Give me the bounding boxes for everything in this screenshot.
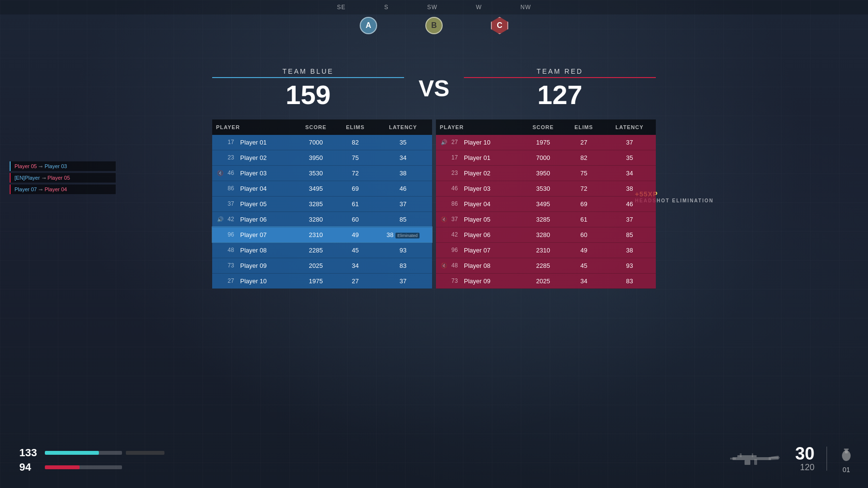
player-elims: 49	[564, 242, 603, 258]
compass-se: SE	[337, 4, 346, 11]
player-score: 2285	[295, 242, 337, 258]
player-number: 37	[451, 216, 461, 223]
player-name: Player 06	[464, 231, 490, 238]
player-score: 3530	[295, 165, 337, 181]
player-cell: 42 Player 06	[436, 227, 522, 242]
player-score: 3280	[295, 211, 337, 227]
player-number: 96	[228, 231, 237, 238]
red-col-score: SCORE	[522, 119, 564, 135]
player-name: Player 10	[240, 277, 267, 285]
ammo-display: 30 120	[795, 445, 814, 473]
player-cell: 86 Player 04	[436, 196, 522, 211]
player-number: 73	[228, 262, 237, 269]
objectives-container: A B C	[360, 17, 508, 34]
player-elims: 69	[564, 196, 603, 211]
player-number: 23	[451, 170, 461, 176]
player-elims: 60	[564, 227, 603, 242]
player-latency: 34	[374, 150, 432, 165]
player-latency: 37	[374, 196, 432, 211]
player-name: Player 02	[464, 170, 490, 177]
kill-feed: Player 05 ⊸ Player 03 [EN]Player ⊸ Playe…	[10, 161, 116, 194]
red-table-header-row: PLAYER SCORE ELIMS LATENCY	[436, 119, 656, 135]
player-number: 86	[451, 200, 461, 207]
player-score: 2025	[522, 273, 564, 289]
svg-rect-10	[844, 448, 849, 450]
blue-team-table: PLAYER SCORE ELIMS LATENCY 17 Player 01 …	[212, 119, 432, 289]
player-elims: 34	[564, 273, 603, 289]
player-latency: 38	[374, 165, 432, 181]
player-number: 37	[228, 200, 237, 207]
player-elims: 75	[337, 150, 374, 165]
table-row: 86 Player 04 3495 69 46	[212, 181, 432, 196]
svg-rect-4	[730, 458, 736, 460]
player-name: Player 08	[464, 262, 490, 269]
player-latency: 35	[603, 150, 656, 165]
table-row: 73 Player 09 2025 34 83	[212, 258, 432, 273]
table-row: 37 Player 05 3285 61 37	[212, 196, 432, 211]
vs-label: VS	[404, 75, 464, 102]
player-number: 27	[451, 139, 461, 145]
objective-b: B	[425, 17, 443, 34]
player-cell: 96 Player 07	[436, 242, 522, 258]
ammo-reserve: 120	[800, 462, 814, 473]
player-latency: 85	[374, 211, 432, 227]
player-number: 46	[451, 185, 461, 192]
objective-c: C	[491, 17, 508, 34]
player-score: 1975	[522, 135, 564, 150]
blue-col-latency: LATENCY	[374, 119, 432, 135]
table-row: 27 Player 10 1975 27 37	[212, 273, 432, 289]
player-latency: 37	[374, 273, 432, 289]
table-row: 🔇 48 Player 08 2285 45 93	[436, 258, 656, 273]
player-cell: 🔇 37 Player 05	[436, 211, 522, 227]
player-elims: 82	[564, 150, 603, 165]
player-score: 3280	[522, 227, 564, 242]
player-number: 23	[228, 154, 237, 161]
team-red-header: TEAM RED 127	[464, 67, 656, 110]
player-latency: 93	[603, 258, 656, 273]
blue-col-score: SCORE	[295, 119, 337, 135]
player-latency: 35	[374, 135, 432, 150]
audio-icon: 🔇	[441, 216, 448, 223]
blue-col-elims: ELIMS	[337, 119, 374, 135]
tables-container: PLAYER SCORE ELIMS LATENCY 17 Player 01 …	[212, 119, 656, 289]
compass-w: W	[476, 4, 482, 11]
player-latency: 37	[603, 135, 656, 150]
team-red-name: TEAM RED	[464, 67, 656, 78]
compass-nw: NW	[520, 4, 531, 11]
player-latency: 38	[603, 181, 656, 196]
svg-rect-6	[740, 453, 742, 457]
weapon-icon	[728, 449, 786, 468]
armor-bar-bg	[45, 465, 122, 469]
player-elims: 69	[337, 181, 374, 196]
player-cell: 17 Player 01	[436, 150, 522, 165]
svg-rect-0	[732, 457, 771, 460]
player-cell: 23 Player 02	[212, 150, 295, 165]
player-cell: 73 Player 09	[212, 258, 295, 273]
player-number: 96	[451, 247, 461, 253]
red-team-table: PLAYER SCORE ELIMS LATENCY 🔊 27 Player 1…	[436, 119, 656, 289]
audio-icon: 🔇	[217, 170, 225, 176]
objective-a: A	[360, 17, 377, 34]
player-cell: 23 Player 02	[436, 165, 522, 181]
player-cell: 🔇 46 Player 03	[212, 165, 295, 181]
table-row: 96 Player 07 2310 49 38Eliminated	[212, 227, 432, 242]
player-score: 2285	[522, 258, 564, 273]
player-latency: 46	[603, 196, 656, 211]
table-row: 🔊 42 Player 06 3280 60 85	[212, 211, 432, 227]
compass-bar: SE S SW W NW	[0, 0, 868, 14]
player-latency: 83	[374, 258, 432, 273]
table-row: 42 Player 06 3280 60 85	[436, 227, 656, 242]
player-elims: 82	[337, 135, 374, 150]
player-number: 48	[451, 262, 461, 269]
player-latency: 37	[603, 211, 656, 227]
table-row: 46 Player 03 3530 72 38	[436, 181, 656, 196]
audio-icon: 🔊	[441, 139, 448, 145]
player-latency: 34	[603, 165, 656, 181]
player-name: Player 06	[240, 216, 267, 223]
player-elims: 60	[337, 211, 374, 227]
player-number: 27	[228, 277, 237, 284]
armor-bar-fill	[45, 465, 80, 469]
player-score: 1975	[295, 273, 337, 289]
player-score: 7000	[295, 135, 337, 150]
team-red-score: 127	[464, 80, 656, 110]
